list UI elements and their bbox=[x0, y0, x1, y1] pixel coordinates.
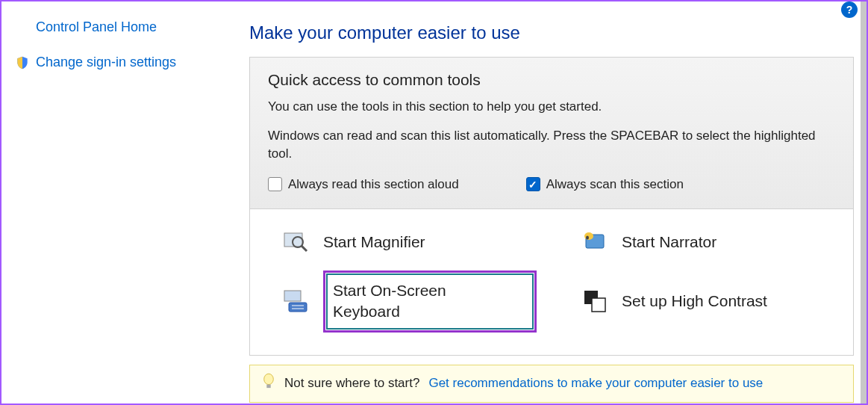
recommendation-link[interactable]: Get recommendations to make your compute… bbox=[428, 376, 763, 391]
onscreen-keyboard-label: Start On-Screen Keyboard bbox=[323, 270, 537, 333]
sidebar-signin-label: Change sign-in settings bbox=[36, 55, 176, 70]
recommendation-bar: Not sure where to start? Get recommendat… bbox=[249, 365, 854, 403]
svg-point-12 bbox=[264, 374, 274, 384]
magnifier-label: Start Magnifier bbox=[323, 233, 425, 251]
recommendation-prompt: Not sure where to start? bbox=[284, 376, 419, 391]
svg-point-5 bbox=[586, 235, 589, 239]
onscreen-keyboard-tool[interactable]: Start On-Screen Keyboard bbox=[283, 270, 537, 333]
control-panel-home-link[interactable]: Control Panel Home bbox=[15, 19, 224, 35]
quick-access-title: Quick access to common tools bbox=[268, 71, 835, 89]
read-aloud-label: Always read this section aloud bbox=[288, 177, 459, 192]
high-contrast-label: Set up High Contrast bbox=[622, 292, 767, 310]
quick-access-section: Quick access to common tools You can use… bbox=[249, 57, 854, 209]
high-contrast-icon bbox=[581, 288, 608, 315]
magnifier-tool[interactable]: Start Magnifier bbox=[283, 229, 537, 256]
sidebar-home-label: Control Panel Home bbox=[36, 19, 157, 35]
read-aloud-checkbox-item[interactable]: Always read this section aloud bbox=[268, 177, 459, 192]
keyboard-icon bbox=[283, 288, 310, 315]
quick-access-desc2: Windows can read and scan this list auto… bbox=[268, 127, 835, 164]
main-content: Make your computer easier to use Quick a… bbox=[249, 22, 854, 403]
scan-section-checkbox-item[interactable]: Always scan this section bbox=[526, 177, 684, 192]
scan-section-label: Always scan this section bbox=[546, 177, 684, 192]
shield-icon bbox=[15, 55, 30, 70]
svg-point-4 bbox=[584, 232, 593, 240]
quick-access-desc1: You can use the tools in this section to… bbox=[268, 98, 835, 117]
high-contrast-tool[interactable]: Set up High Contrast bbox=[581, 270, 835, 333]
checkbox-row: Always read this section aloud Always sc… bbox=[268, 177, 835, 192]
scrollbar[interactable] bbox=[861, 1, 867, 404]
svg-line-2 bbox=[302, 246, 307, 251]
svg-rect-6 bbox=[284, 291, 301, 301]
svg-rect-7 bbox=[289, 303, 307, 312]
sidebar: Control Panel Home Change sign-in settin… bbox=[15, 19, 224, 90]
scan-section-checkbox[interactable] bbox=[526, 177, 540, 191]
help-icon[interactable]: ? bbox=[841, 1, 858, 18]
change-signin-settings-link[interactable]: Change sign-in settings bbox=[15, 55, 224, 70]
narrator-icon bbox=[581, 229, 608, 256]
page-title: Make your computer easier to use bbox=[249, 22, 854, 43]
read-aloud-checkbox[interactable] bbox=[268, 177, 282, 191]
narrator-tool[interactable]: Start Narrator bbox=[581, 229, 835, 256]
tools-section: Start Magnifier Start Narrator bbox=[249, 209, 854, 356]
magnifier-icon bbox=[283, 229, 310, 256]
svg-rect-11 bbox=[592, 298, 605, 312]
narrator-label: Start Narrator bbox=[622, 233, 716, 251]
svg-rect-13 bbox=[266, 384, 270, 388]
lightbulb-icon bbox=[262, 373, 275, 395]
